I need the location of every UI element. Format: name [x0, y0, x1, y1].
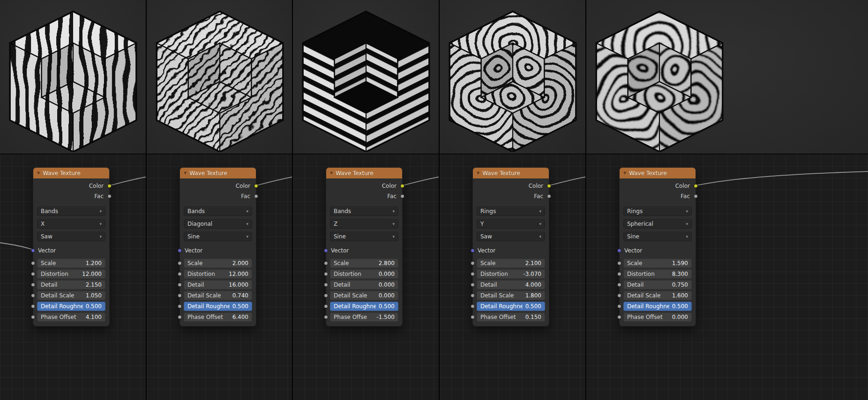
- value-input-socket[interactable]: [31, 261, 35, 266]
- color-output-socket[interactable]: [547, 184, 551, 188]
- wave-type-dropdown[interactable]: Bands ▾: [330, 207, 398, 216]
- fac-output-socket[interactable]: [107, 194, 112, 199]
- node-header[interactable]: ▼ Wave Texture: [33, 168, 109, 178]
- value-input-socket[interactable]: [178, 272, 182, 276]
- phase-offset-field[interactable]: Phase Offset 0.150: [477, 312, 545, 322]
- scale-field[interactable]: Scale 2.100: [477, 259, 545, 268]
- node-header[interactable]: ▼ Wave Texture: [180, 168, 256, 178]
- value-input-socket[interactable]: [471, 304, 475, 309]
- distortion-field[interactable]: Distortion 12.000: [37, 269, 105, 279]
- direction-dropdown[interactable]: X ▾: [37, 219, 105, 229]
- node-editor-canvas[interactable]: ▼ Wave Texture Color Fac Rings ▾ Spheric…: [586, 155, 868, 400]
- phase-offset-field[interactable]: Phase Offset 4.100: [37, 312, 105, 322]
- fac-output-socket[interactable]: [547, 194, 551, 199]
- wave-texture-node[interactable]: ▼ Wave Texture Color Fac Bands ▾ X ▾ Saw…: [33, 167, 110, 326]
- scale-field[interactable]: Scale 1.590: [623, 259, 692, 268]
- detail-field[interactable]: Detail 16.000: [184, 280, 252, 289]
- detail-roughness-field[interactable]: Detail Roughne 0.500: [37, 302, 105, 311]
- distortion-field[interactable]: Distortion -3.070: [477, 269, 545, 279]
- node-editor-canvas[interactable]: ▼ Wave Texture Color Fac Bands ▾ Z ▾ Sin…: [293, 155, 439, 400]
- wave-type-dropdown[interactable]: Bands ▾: [37, 207, 105, 216]
- value-input-socket[interactable]: [178, 294, 182, 298]
- distortion-field[interactable]: Distortion 8.300: [623, 269, 692, 279]
- phase-offset-field[interactable]: Phase Offse -1.500: [330, 312, 398, 322]
- vector-input-socket[interactable]: [324, 249, 328, 253]
- detail-field[interactable]: Detail 0.750: [623, 280, 692, 289]
- value-input-socket[interactable]: [31, 315, 35, 319]
- value-input-socket[interactable]: [324, 304, 328, 309]
- detail-roughness-field[interactable]: Detail Roughne 0.500: [184, 302, 252, 311]
- value-input-socket[interactable]: [178, 283, 182, 287]
- value-input-socket[interactable]: [471, 294, 475, 298]
- value-input-socket[interactable]: [617, 272, 621, 276]
- phase-offset-field[interactable]: Phase Offset 0.000: [623, 312, 692, 322]
- detail-scale-field[interactable]: Detail Scale 0.740: [184, 291, 252, 300]
- color-output-socket[interactable]: [400, 184, 404, 188]
- detail-scale-field[interactable]: Detail Scale 1.050: [37, 291, 105, 300]
- profile-dropdown[interactable]: Saw ▾: [477, 232, 545, 241]
- vector-input-socket[interactable]: [617, 249, 621, 253]
- node-editor-canvas[interactable]: ▼ Wave Texture Color Fac Bands ▾ Diagona…: [147, 155, 292, 400]
- value-input-socket[interactable]: [31, 304, 35, 309]
- vector-input-socket[interactable]: [178, 249, 182, 253]
- profile-dropdown[interactable]: Sine ▾: [330, 232, 398, 241]
- value-input-socket[interactable]: [617, 261, 621, 266]
- detail-roughness-field[interactable]: Detail Roughne 0.500: [330, 302, 398, 311]
- value-input-socket[interactable]: [471, 315, 475, 319]
- collapse-triangle-icon[interactable]: ▼: [37, 171, 40, 175]
- direction-dropdown[interactable]: Diagonal ▾: [184, 219, 252, 229]
- direction-dropdown[interactable]: Y ▾: [477, 219, 545, 229]
- value-input-socket[interactable]: [324, 294, 328, 298]
- node-header[interactable]: ▼ Wave Texture: [326, 168, 402, 178]
- value-input-socket[interactable]: [324, 261, 328, 266]
- direction-dropdown[interactable]: Spherical ▾: [623, 219, 692, 229]
- wave-texture-node[interactable]: ▼ Wave Texture Color Fac Bands ▾ Diagona…: [180, 167, 256, 326]
- scale-field[interactable]: Scale 2.000: [184, 259, 252, 268]
- collapse-triangle-icon[interactable]: ▼: [623, 171, 626, 175]
- wave-texture-node[interactable]: ▼ Wave Texture Color Fac Rings ▾ Y ▾ Saw…: [472, 167, 549, 326]
- value-input-socket[interactable]: [324, 315, 328, 319]
- detail-scale-field[interactable]: Detail Scale 1.800: [477, 291, 545, 300]
- value-input-socket[interactable]: [617, 304, 621, 309]
- scale-field[interactable]: Scale 1.200: [37, 259, 105, 268]
- color-output-socket[interactable]: [107, 184, 112, 188]
- wave-texture-node[interactable]: ▼ Wave Texture Color Fac Rings ▾ Spheric…: [619, 167, 696, 326]
- value-input-socket[interactable]: [617, 294, 621, 298]
- collapse-triangle-icon[interactable]: ▼: [330, 171, 333, 175]
- detail-field[interactable]: Detail 4.000: [477, 280, 545, 289]
- detail-field[interactable]: Detail 0.000: [330, 280, 398, 289]
- fac-output-socket[interactable]: [694, 194, 698, 199]
- value-input-socket[interactable]: [471, 261, 475, 266]
- detail-scale-field[interactable]: Detail Scale 0.000: [330, 291, 398, 300]
- distortion-field[interactable]: Distortion 0.000: [330, 269, 398, 279]
- value-input-socket[interactable]: [471, 272, 475, 276]
- fac-output-socket[interactable]: [400, 194, 404, 199]
- collapse-triangle-icon[interactable]: ▼: [184, 171, 187, 175]
- profile-dropdown[interactable]: Sine ▾: [623, 232, 692, 241]
- direction-dropdown[interactable]: Z ▾: [330, 219, 398, 229]
- value-input-socket[interactable]: [324, 283, 328, 287]
- value-input-socket[interactable]: [31, 272, 35, 276]
- value-input-socket[interactable]: [31, 294, 35, 298]
- profile-dropdown[interactable]: Sine ▾: [184, 232, 252, 241]
- fac-output-socket[interactable]: [254, 194, 258, 199]
- value-input-socket[interactable]: [178, 315, 182, 319]
- value-input-socket[interactable]: [617, 283, 621, 287]
- wave-texture-node[interactable]: ▼ Wave Texture Color Fac Bands ▾ Z ▾ Sin…: [326, 167, 403, 326]
- value-input-socket[interactable]: [617, 315, 621, 319]
- value-input-socket[interactable]: [324, 272, 328, 276]
- node-editor-canvas[interactable]: ▼ Wave Texture Color Fac Bands ▾ X ▾ Saw…: [0, 155, 146, 400]
- node-header[interactable]: ▼ Wave Texture: [620, 168, 696, 178]
- scale-field[interactable]: Scale 2.800: [330, 259, 398, 268]
- collapse-triangle-icon[interactable]: ▼: [477, 171, 479, 175]
- detail-roughness-field[interactable]: Detail Roughne 0.500: [623, 302, 692, 311]
- color-output-socket[interactable]: [694, 184, 698, 188]
- profile-dropdown[interactable]: Saw ▾: [37, 232, 105, 241]
- value-input-socket[interactable]: [31, 283, 35, 287]
- detail-scale-field[interactable]: Detail Scale 1.600: [623, 291, 692, 300]
- phase-offset-field[interactable]: Phase Offset 6.400: [184, 312, 252, 322]
- value-input-socket[interactable]: [178, 304, 182, 309]
- wave-type-dropdown[interactable]: Rings ▾: [477, 207, 545, 216]
- node-header[interactable]: ▼ Wave Texture: [473, 168, 549, 178]
- node-editor-canvas[interactable]: ▼ Wave Texture Color Fac Rings ▾ Y ▾ Saw…: [440, 155, 585, 400]
